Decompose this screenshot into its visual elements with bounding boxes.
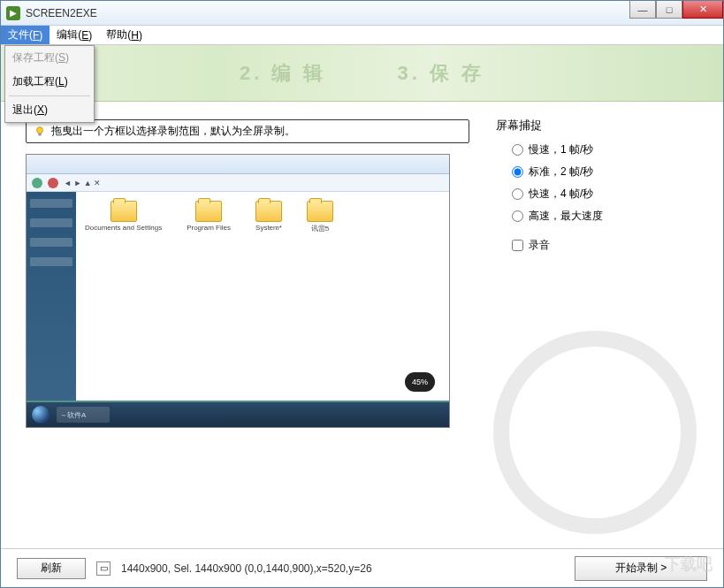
folder-item: System*: [255, 201, 282, 232]
radio-slow-input[interactable]: [512, 144, 523, 156]
preview-sidebar: [27, 192, 76, 401]
maximize-button[interactable]: □: [656, 1, 682, 19]
menu-separator: [9, 95, 90, 96]
minimize-button[interactable]: —: [629, 1, 656, 19]
step-3-label: 3. 保 存: [398, 60, 485, 87]
folder-item: Program Files: [187, 201, 231, 232]
folder-icon: [195, 201, 222, 222]
preview-body: Documents and Settings Program Files Sys…: [27, 192, 449, 401]
step-banner: 2. 编 辑 3. 保 存: [1, 45, 723, 102]
menu-save-project[interactable]: 保存工程(S): [5, 46, 94, 70]
menu-exit[interactable]: 退出(X): [5, 98, 94, 122]
lightbulb-icon: [34, 126, 46, 138]
radio-standard[interactable]: 标准，2 帧/秒: [512, 164, 705, 179]
record-audio-label: 录音: [529, 238, 550, 253]
record-audio-checkbox-row[interactable]: 录音: [496, 238, 705, 253]
taskbar-item: ～软件A: [57, 407, 110, 423]
capture-group-title: 屏幕捕捉: [496, 118, 705, 134]
menubar: 文件(F) 编辑(E) 帮助(H): [1, 26, 723, 45]
preview-nav-icon: [48, 178, 58, 188]
selection-icon[interactable]: ▭: [96, 561, 111, 576]
radio-fast-input[interactable]: [512, 188, 523, 200]
radio-slow[interactable]: 慢速，1 帧/秒: [512, 142, 705, 157]
preview-toolbar-text: ◄ ► ▲ ✕: [64, 179, 101, 187]
radio-standard-input[interactable]: [512, 166, 523, 178]
start-orb-icon: [32, 406, 50, 424]
preview-files: Documents and Settings Program Files Sys…: [76, 192, 449, 401]
right-panel: 屏幕捕捉 慢速，1 帧/秒 标准，2 帧/秒 快速，4 帧/秒 高速，最大速度 …: [478, 102, 723, 549]
speed-radio-group: 慢速，1 帧/秒 标准，2 帧/秒 快速，4 帧/秒 高速，最大速度: [496, 142, 705, 224]
menu-edit[interactable]: 编辑(E): [50, 26, 99, 44]
preview-window-titlebar: [27, 155, 449, 174]
menu-file[interactable]: 文件(F): [1, 26, 50, 44]
status-text: 1440x900, Sel. 1440x900 (0,0,1440,900),x…: [121, 562, 372, 575]
step-2-label: 2. 编 辑: [240, 60, 327, 87]
folder-icon: [307, 201, 333, 222]
svg-rect-1: [38, 133, 42, 135]
preview-taskbar: ～软件A: [27, 402, 449, 427]
window-title: SCREEN2EXE: [26, 7, 97, 19]
site-watermark: 下载吧: [665, 554, 713, 575]
close-button[interactable]: ✕: [682, 1, 723, 19]
titlebar: ▶ SCREEN2EXE — □ ✕: [1, 1, 723, 26]
folder-item: Documents and Settings: [85, 201, 162, 232]
preview-toolbar: ◄ ► ▲ ✕: [27, 174, 449, 192]
radio-fast[interactable]: 快速，4 帧/秒: [512, 187, 705, 202]
folder-icon: [111, 201, 137, 222]
refresh-button[interactable]: 刷新: [17, 558, 86, 579]
menu-load-project[interactable]: 加载工程(L): [5, 70, 94, 94]
left-panel: 拖曳出一个方框以选择录制范围，默认为全屏录制。 ◄ ► ▲ ✕ Document…: [1, 102, 478, 549]
record-audio-checkbox[interactable]: [512, 240, 523, 251]
window-controls: — □ ✕: [629, 1, 723, 19]
folder-item: 讯雷5: [307, 201, 333, 233]
file-menu-dropdown: 保存工程(S) 加载工程(L) 退出(X): [4, 45, 95, 123]
bottom-bar: 刷新 ▭ 1440x900, Sel. 1440x900 (0,0,1440,9…: [1, 548, 723, 587]
menu-help[interactable]: 帮助(H): [99, 26, 149, 44]
preview-badge: 45%: [405, 372, 435, 392]
film-reel-watermark: [493, 331, 697, 534]
preview-nav-icon: [32, 178, 42, 188]
svg-point-0: [37, 126, 43, 133]
tip-text: 拖曳出一个方框以选择录制范围，默认为全屏录制。: [51, 124, 295, 139]
radio-max[interactable]: 高速，最大速度: [512, 209, 705, 224]
radio-max-input[interactable]: [512, 210, 523, 222]
app-icon: ▶: [6, 6, 20, 20]
screen-preview[interactable]: ◄ ► ▲ ✕ Documents and Settings Program F…: [26, 154, 450, 428]
folder-icon: [255, 201, 282, 222]
app-window: ▶ SCREEN2EXE — □ ✕ 文件(F) 编辑(E) 帮助(H) 保存工…: [0, 0, 724, 588]
tip-bar: 拖曳出一个方框以选择录制范围，默认为全屏录制。: [26, 119, 469, 143]
main-area: 拖曳出一个方框以选择录制范围，默认为全屏录制。 ◄ ► ▲ ✕ Document…: [1, 102, 723, 549]
